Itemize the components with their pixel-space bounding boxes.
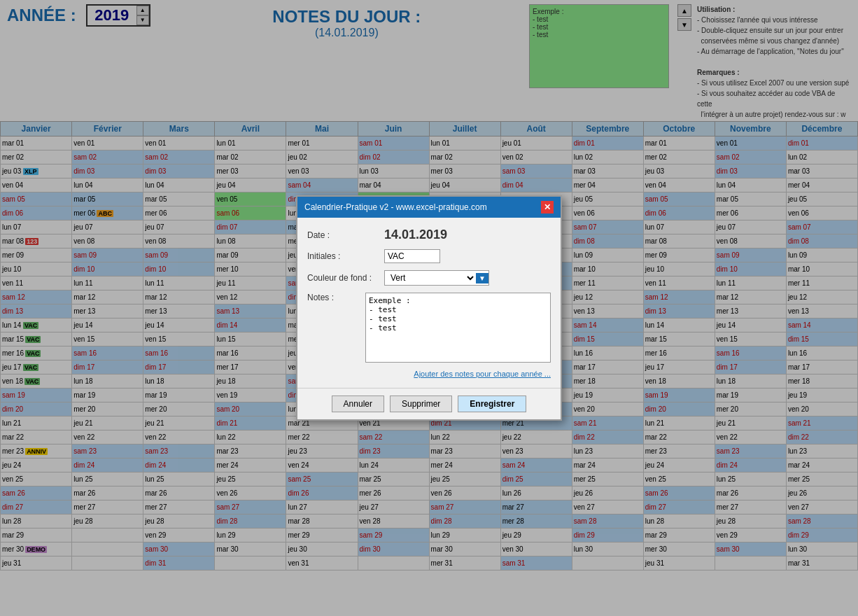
modal-add-notes-link[interactable]: Ajouter des notes pour chaque année ... [307, 370, 551, 378]
modal-date-row: Date : 14.01.2019 [307, 227, 551, 242]
modal-initiales-row: Initiales : [307, 249, 551, 263]
modal-notes-label: Notes : [307, 293, 365, 302]
modal-date-label: Date : [307, 230, 384, 240]
modal-title-bar: Calendrier-Pratique v2 - www.excel-prati… [297, 197, 561, 218]
modal-close-button[interactable]: ✕ [541, 201, 554, 214]
modal-notes-row: Notes : Exemple : - test - test - test [307, 293, 551, 363]
modal-dialog: Calendrier-Pratique v2 - www.excel-prati… [296, 195, 562, 421]
modal-initiales-label: Initiales : [307, 251, 384, 261]
modal-date-value: 14.01.2019 [384, 227, 447, 242]
modal-overlay: Calendrier-Pratique v2 - www.excel-prati… [0, 0, 858, 570]
modal-couleur-row: Couleur de fond : Aucune Bleu Vert Jaune… [307, 270, 551, 286]
modal-supprimer-button[interactable]: Supprimer [390, 396, 452, 412]
modal-annuler-button[interactable]: Annuler [332, 396, 384, 412]
modal-body: Date : 14.01.2019 Initiales : Couleur de… [297, 218, 561, 388]
modal-notes-textarea[interactable]: Exemple : - test - test - test [365, 293, 551, 363]
modal-select-arrow-icon[interactable]: ▼ [476, 273, 488, 284]
modal-couleur-label: Couleur de fond : [307, 273, 384, 283]
modal-initiales-input[interactable] [384, 249, 440, 263]
modal-enregistrer-button[interactable]: Enregistrer [458, 396, 526, 412]
modal-couleur-select[interactable]: Aucune Bleu Vert Jaune Rouge Orange [385, 271, 476, 285]
modal-title: Calendrier-Pratique v2 - www.excel-prati… [304, 202, 487, 212]
modal-couleur-select-wrap: Aucune Bleu Vert Jaune Rouge Orange ▼ [384, 270, 489, 286]
modal-footer: Annuler Supprimer Enregistrer [297, 388, 561, 419]
